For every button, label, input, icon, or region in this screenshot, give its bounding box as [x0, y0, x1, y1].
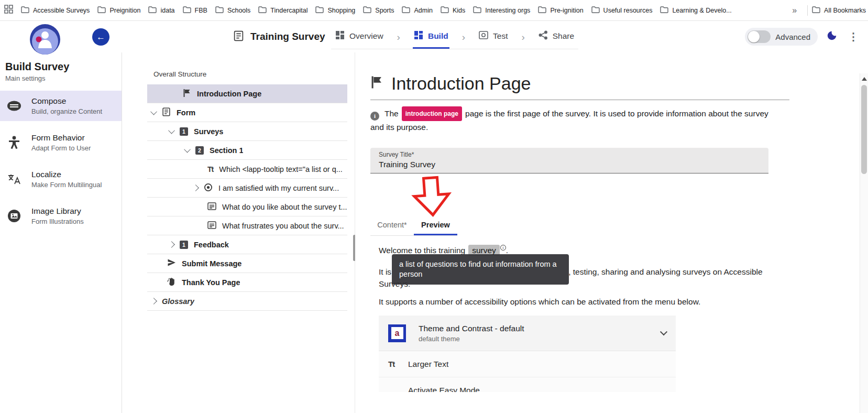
- tree-item-question-radio[interactable]: I am satisfied with my current surv...: [147, 179, 347, 198]
- tree-item-feedback[interactable]: 1 Feedback: [147, 235, 347, 254]
- sidebar-item-image-library[interactable]: Image Library Form Illustrations: [0, 201, 122, 231]
- tree-item-question-textarea[interactable]: What do you like about the survey t...: [147, 198, 347, 216]
- sidebar-item-label: Image Library: [31, 207, 81, 215]
- bookmark-folder[interactable]: Shopping: [315, 6, 355, 15]
- tab-content[interactable]: Content*: [370, 216, 414, 235]
- theme-logo-icon: a: [388, 324, 406, 342]
- level-1-badge: 1: [180, 241, 188, 249]
- textarea-icon: [207, 221, 216, 231]
- intro-page-badge: introduction page: [402, 106, 462, 121]
- bookmark-folder[interactable]: Admin: [402, 6, 432, 15]
- share-icon: [539, 30, 548, 42]
- dark-mode-icon[interactable]: [826, 30, 838, 44]
- tabbar: Content* Preview: [370, 216, 457, 236]
- chevron-right-icon[interactable]: [168, 241, 175, 248]
- nav-test[interactable]: Test: [478, 25, 509, 49]
- sidebar-item-description: Make Form Multilingual: [31, 181, 102, 189]
- flag-icon: [370, 75, 383, 91]
- tree-item-surveys[interactable]: 1 Surveys: [147, 122, 347, 141]
- option-activate-easy-mode[interactable]: Activate Easy Mode: [379, 377, 676, 392]
- tree-item-thank-you-page[interactable]: Thank You Page: [147, 273, 347, 292]
- scrollbar-thumb[interactable]: [861, 85, 867, 174]
- chevron-down-icon[interactable]: [150, 108, 157, 115]
- tree-item-section-1[interactable]: 2 Section 1: [147, 141, 347, 160]
- bookmark-folder[interactable]: Accessible Surveys: [21, 6, 90, 15]
- field-label: Survey Title*: [379, 151, 768, 158]
- bookmark-folder[interactable]: Pre-ignition: [538, 6, 583, 15]
- apps-grid-icon[interactable]: [4, 5, 13, 16]
- sidebar-title: Build Survey: [5, 61, 122, 73]
- accessibility-paragraph: It supports a number of accessibility op…: [379, 297, 860, 307]
- sidebar-item-form-behavior[interactable]: Form Behavior Adapt Form to User: [0, 127, 122, 158]
- annotation-arrow: [410, 176, 457, 219]
- scroll-up-icon[interactable]: [862, 77, 867, 81]
- folder-icon: [591, 6, 600, 15]
- chevron-down-icon[interactable]: [168, 127, 175, 134]
- sidebar-item-compose[interactable]: Compose Build, organize Content: [0, 91, 122, 121]
- dashboard-icon: [414, 30, 423, 42]
- bookmark-folder[interactable]: Useful resources: [591, 6, 653, 15]
- sidebar-item-description: Form Illustrations: [31, 218, 84, 225]
- tree-item-submit-message[interactable]: Submit Message: [147, 254, 347, 273]
- advanced-toggle[interactable]: [748, 30, 771, 43]
- sidebar-item-description: Adapt Form to User: [31, 144, 91, 152]
- sidebar-item-label: Form Behavior: [31, 133, 85, 142]
- bookmark-folder[interactable]: idata: [148, 6, 174, 15]
- bookmark-folder[interactable]: Schools: [215, 6, 250, 15]
- bookmark-folder[interactable]: Sports: [363, 6, 394, 15]
- nav-overview[interactable]: Overview: [334, 25, 384, 49]
- textarea-icon: [207, 202, 216, 212]
- folder-icon: [660, 6, 668, 15]
- bookmark-folder[interactable]: Learning & Develo...: [660, 6, 731, 15]
- chevron-right-icon: ›: [521, 31, 524, 43]
- vertical-scrollbar[interactable]: [860, 73, 868, 413]
- nav-share[interactable]: Share: [537, 25, 575, 49]
- folder-icon: [812, 6, 820, 15]
- tree-item-introduction-page[interactable]: Introduction Page: [147, 84, 347, 103]
- chevron-down-icon[interactable]: [660, 328, 667, 335]
- survey-title: Training Survey: [250, 31, 325, 42]
- bookmark-folder[interactable]: Preignition: [97, 6, 140, 15]
- structure-panel: Overall Structure Introduction Page Form…: [123, 52, 355, 413]
- tree-item-form[interactable]: Form: [147, 103, 347, 122]
- dashboard-icon: [335, 30, 345, 42]
- chevron-down-icon[interactable]: [184, 146, 191, 153]
- app-header: ← Training Survey Overview › Build › Tes…: [0, 21, 868, 52]
- bookmark-folder[interactable]: Kids: [441, 6, 465, 15]
- nav-build[interactable]: Build: [413, 25, 449, 49]
- field-value: Training Survey: [379, 160, 768, 169]
- folder-icon: [21, 6, 29, 15]
- sidebar-item-description: Build, organize Content: [31, 107, 102, 115]
- back-button[interactable]: ←: [92, 28, 109, 46]
- kebab-menu-icon[interactable]: ⋮: [846, 30, 861, 43]
- bookmark-folder[interactable]: FBB: [183, 6, 207, 15]
- sidebar-item-localize[interactable]: Localize Make Form Multilingual: [0, 164, 122, 194]
- flag-icon: [183, 89, 191, 99]
- all-bookmarks-button[interactable]: All Bookmarks: [812, 6, 866, 15]
- option-larger-text[interactable]: Tt Larger Text: [379, 351, 676, 377]
- accordion-title: Theme and Contrast - default: [419, 324, 524, 333]
- tree-item-question-text[interactable]: Tt Which <lapp-tooltip text="a list or q…: [147, 160, 347, 179]
- folder-icon: [97, 6, 106, 15]
- bookmarks-overflow-button[interactable]: »: [792, 6, 797, 15]
- folder-icon: [215, 6, 224, 15]
- tab-preview[interactable]: Preview: [414, 216, 457, 235]
- form-icon: [162, 107, 171, 118]
- tree-item-glossary[interactable]: Glossary: [147, 292, 347, 311]
- back-arrow-icon: ←: [96, 32, 105, 42]
- theme-accordion[interactable]: a Theme and Contrast - default default t…: [379, 316, 676, 351]
- page-title-row: Introduction Page: [370, 71, 860, 95]
- bookmark-folder[interactable]: Tindercapital: [258, 6, 307, 15]
- chevron-right-icon[interactable]: [150, 298, 157, 305]
- chevron-right-icon[interactable]: [192, 184, 199, 191]
- bookmark-folder[interactable]: Interesting orgs: [473, 6, 530, 15]
- folder-icon: [363, 6, 371, 15]
- advanced-label: Advanced: [775, 32, 810, 41]
- survey-title-input[interactable]: Survey Title* Training Survey: [370, 148, 768, 173]
- folder-icon: [315, 6, 324, 15]
- folder-icon: [538, 6, 546, 15]
- folder-icon: [473, 6, 481, 15]
- level-2-badge: 2: [195, 146, 204, 155]
- info-icon: i: [370, 112, 379, 121]
- tree-item-question-textarea[interactable]: What frustrates you about the surv...: [147, 216, 347, 235]
